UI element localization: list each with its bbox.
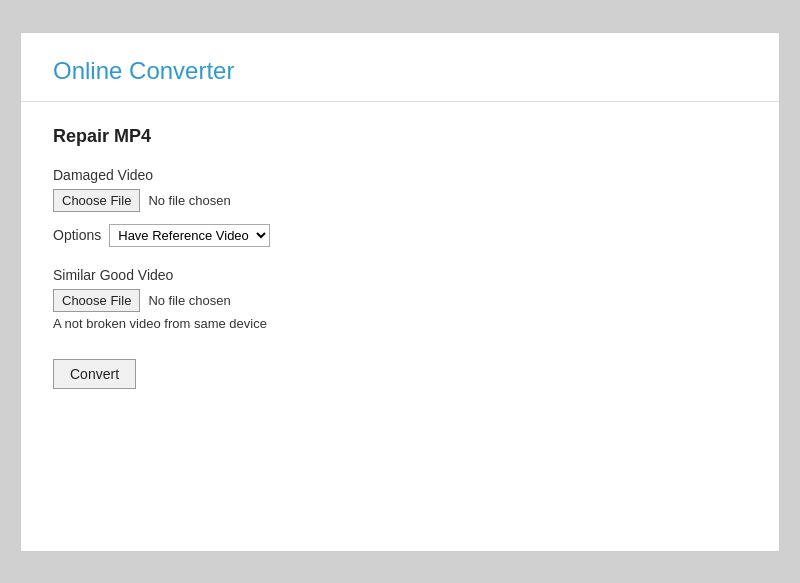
convert-button[interactable]: Convert (53, 359, 136, 389)
page-title: Repair MP4 (53, 126, 747, 147)
similar-good-video-hint: A not broken video from same device (53, 316, 747, 331)
options-label: Options (53, 227, 101, 243)
damaged-video-file-row: Choose File No file chosen (53, 189, 747, 212)
similar-good-video-choose-file-button[interactable]: Choose File (53, 289, 140, 312)
content-area: Repair MP4 Damaged Video Choose File No … (21, 102, 779, 421)
header: Online Converter (21, 33, 779, 102)
main-window: Online Converter Repair MP4 Damaged Vide… (20, 32, 780, 552)
options-select[interactable]: Have Reference Video (109, 224, 270, 247)
similar-good-video-label: Similar Good Video (53, 267, 747, 283)
similar-good-video-file-row: Choose File No file chosen (53, 289, 747, 312)
app-title: Online Converter (53, 57, 747, 85)
options-row: Options Have Reference Video (53, 224, 747, 247)
damaged-video-choose-file-button[interactable]: Choose File (53, 189, 140, 212)
damaged-video-label: Damaged Video (53, 167, 747, 183)
damaged-video-no-file-text: No file chosen (148, 193, 230, 208)
similar-good-video-no-file-text: No file chosen (148, 293, 230, 308)
